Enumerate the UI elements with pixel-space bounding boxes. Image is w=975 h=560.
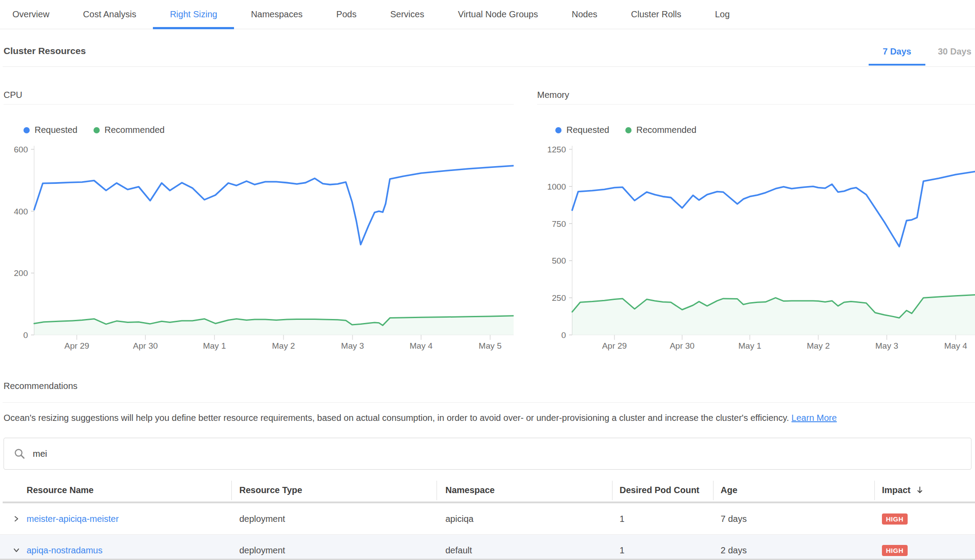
svg-text:May 3: May 3 <box>341 341 364 350</box>
age-cell: 7 days <box>713 514 874 524</box>
tab-right-sizing[interactable]: Right Sizing <box>170 0 217 29</box>
top-nav-tabs: Overview Cost Analysis Right Sizing Name… <box>0 0 975 29</box>
cpu-legend-recommended[interactable]: Recommended <box>94 125 165 135</box>
requested-legend-dot-icon <box>555 127 562 133</box>
search-box <box>4 438 971 470</box>
chevron-down-icon[interactable] <box>12 546 20 554</box>
column-header-impact-label: Impact <box>882 478 910 502</box>
column-header-namespace[interactable]: Namespace <box>437 478 612 502</box>
recommendations-description: Ocean's resizing suggestions will help y… <box>4 413 837 423</box>
svg-text:0: 0 <box>561 331 566 340</box>
resource-name-link[interactable]: apiqa-nostradamus <box>27 545 102 556</box>
column-header-impact[interactable]: Impact <box>874 478 975 502</box>
cpu-chart-title: CPU <box>4 90 22 100</box>
namespace-cell: default <box>437 545 612 556</box>
memory-legend-requested[interactable]: Requested <box>555 125 609 135</box>
memory-legend-recommended-label: Recommended <box>636 125 697 135</box>
tab-virtual-node-groups[interactable]: Virtual Node Groups <box>458 0 538 29</box>
svg-text:1250: 1250 <box>547 145 566 154</box>
cpu-line-chart: 0200400600Apr 29Apr 30May 1May 2May 3May… <box>4 142 514 352</box>
header-divider <box>3 66 975 67</box>
table-row[interactable]: apiqa-nostradamus deployment default 1 2… <box>0 535 975 560</box>
table-header: Resource Name Resource Type Namespace De… <box>0 478 975 502</box>
right-sizing-page: Overview Cost Analysis Right Sizing Name… <box>0 0 975 560</box>
range-toggle-7-days[interactable]: 7 Days <box>869 47 925 66</box>
svg-text:Apr 30: Apr 30 <box>670 341 694 350</box>
svg-text:May 1: May 1 <box>738 341 761 350</box>
column-header-resource-type[interactable]: Resource Type <box>231 478 437 502</box>
svg-text:May 2: May 2 <box>272 341 295 350</box>
desired-pod-count-cell: 1 <box>612 514 713 524</box>
cpu-title-divider <box>4 104 514 105</box>
svg-text:May 2: May 2 <box>807 341 830 350</box>
recommended-legend-dot-icon <box>94 127 100 133</box>
resource-type-cell: deployment <box>231 545 437 556</box>
tab-log[interactable]: Log <box>715 0 729 29</box>
namespace-cell: apiciqa <box>437 514 612 524</box>
svg-text:May 4: May 4 <box>944 341 967 350</box>
recommendations-title: Recommendations <box>4 381 78 391</box>
search-icon <box>14 448 26 460</box>
column-header-resource-name[interactable]: Resource Name <box>0 478 231 502</box>
svg-text:500: 500 <box>552 256 566 265</box>
svg-text:May 1: May 1 <box>203 341 226 350</box>
tab-services[interactable]: Services <box>390 0 424 29</box>
memory-title-divider <box>537 104 975 105</box>
column-divider <box>874 481 875 500</box>
cpu-chart-section: CPU Requested Recommended 0200400600Apr … <box>4 87 514 357</box>
column-header-desired-pod-count[interactable]: Desired Pod Count <box>612 478 713 502</box>
recommendations-description-text: Ocean's resizing suggestions will help y… <box>4 413 789 423</box>
column-divider <box>231 481 232 500</box>
resource-name-link[interactable]: meister-apiciqa-meister <box>27 514 119 524</box>
column-divider <box>713 481 714 500</box>
chevron-right-icon[interactable] <box>12 515 20 523</box>
svg-text:750: 750 <box>552 219 566 229</box>
memory-line-chart: 025050075010001250Apr 29Apr 30May 1May 2… <box>537 142 975 352</box>
column-divider <box>437 481 437 500</box>
svg-text:Apr 29: Apr 29 <box>64 341 89 350</box>
memory-legend: Requested Recommended <box>555 125 696 135</box>
tab-nodes[interactable]: Nodes <box>572 0 597 29</box>
cpu-legend-requested[interactable]: Requested <box>23 125 78 135</box>
memory-legend-recommended[interactable]: Recommended <box>625 125 697 135</box>
search-input[interactable] <box>33 449 971 459</box>
tab-cluster-rolls[interactable]: Cluster Rolls <box>631 0 681 29</box>
memory-chart-section: Memory Requested Recommended 02505007501… <box>537 87 975 357</box>
desired-pod-count-cell: 1 <box>612 545 713 556</box>
age-cell: 2 days <box>713 545 874 556</box>
svg-text:Apr 30: Apr 30 <box>133 341 158 350</box>
recommendations-divider <box>3 402 975 403</box>
range-toggle-30-days[interactable]: 30 Days <box>936 47 973 57</box>
learn-more-link[interactable]: Learn More <box>792 413 837 423</box>
cpu-legend-requested-label: Requested <box>35 125 78 135</box>
requested-legend-dot-icon <box>23 127 30 133</box>
sort-descending-icon[interactable] <box>916 486 924 494</box>
memory-legend-requested-label: Requested <box>566 125 609 135</box>
column-divider <box>612 481 612 500</box>
tab-cost-analysis[interactable]: Cost Analysis <box>83 0 136 29</box>
tab-namespaces[interactable]: Namespaces <box>251 0 303 29</box>
tab-overview[interactable]: Overview <box>12 0 49 29</box>
svg-text:0: 0 <box>23 331 28 340</box>
svg-text:1000: 1000 <box>547 182 566 191</box>
table-row[interactable]: meister-apiciqa-meister deployment apici… <box>0 503 975 534</box>
impact-badge-high: HIGH <box>882 545 908 556</box>
svg-text:600: 600 <box>14 145 28 154</box>
svg-text:400: 400 <box>14 207 28 216</box>
svg-text:250: 250 <box>552 293 566 303</box>
resource-type-cell: deployment <box>231 514 437 524</box>
memory-chart-title: Memory <box>537 90 569 100</box>
svg-text:May 4: May 4 <box>410 341 433 350</box>
recommended-legend-dot-icon <box>625 127 632 133</box>
svg-text:Apr 29: Apr 29 <box>602 341 627 350</box>
svg-text:May 5: May 5 <box>479 341 502 350</box>
svg-text:200: 200 <box>14 268 28 278</box>
cpu-legend: Requested Recommended <box>23 125 164 135</box>
page-title: Cluster Resources <box>4 46 86 56</box>
column-header-age[interactable]: Age <box>713 478 874 502</box>
svg-text:May 3: May 3 <box>875 341 898 350</box>
cpu-legend-recommended-label: Recommended <box>105 125 165 135</box>
tab-pods[interactable]: Pods <box>336 0 357 29</box>
impact-badge-high: HIGH <box>882 513 908 525</box>
